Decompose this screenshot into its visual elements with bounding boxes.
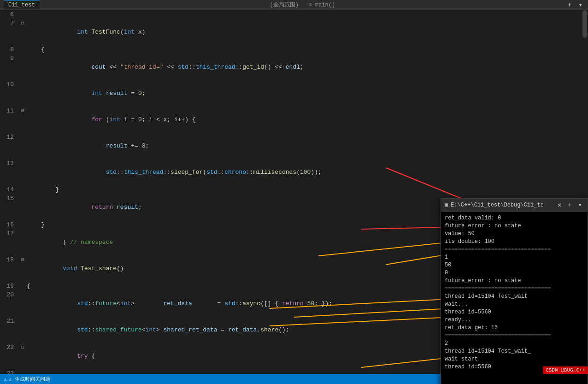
terminal-separator: ================================: [445, 285, 584, 293]
code-line: 8 {: [0, 45, 588, 54]
line-number: 9: [0, 54, 19, 63]
title-tab[interactable]: C11_test: [4, 0, 40, 9]
line-expand[interactable]: ⊟: [19, 106, 26, 115]
terminal-separator: ================================: [445, 332, 584, 340]
terminal-line: future_error : no state: [445, 222, 584, 230]
line-number: 12: [0, 133, 19, 142]
line-number: 6: [0, 10, 19, 19]
line-content: std::this_thread::sleep_for(std::chrono:…: [26, 159, 588, 185]
terminal-line: its double: 100: [445, 238, 584, 246]
terminal-line: wait start: [445, 355, 584, 363]
title-bar: C11_test (全局范围) ⊙ main() + ▾: [0, 0, 588, 10]
scope-label: (全局范围): [270, 1, 299, 9]
line-content: int TestFunc(int x): [26, 19, 588, 45]
line-number: 20: [0, 290, 19, 299]
code-line: 12 result += 3;: [0, 133, 588, 159]
terminal-line: thread id=15104 Test_wait_: [445, 348, 584, 355]
terminal-line: 0: [445, 269, 584, 277]
line-content: cout << "thread id=" << std::this_thread…: [26, 54, 588, 80]
terminal-menu-btn[interactable]: ▾: [576, 201, 584, 209]
code-line: 10 int result = 0;: [0, 80, 588, 106]
terminal-line: ready...: [445, 316, 584, 324]
terminal-line: 1: [445, 254, 584, 261]
code-line: 7 ⊟ int TestFunc(int x): [0, 19, 588, 45]
line-number: 16: [0, 220, 19, 229]
code-line: 6: [0, 10, 588, 19]
add-tab-btn[interactable]: +: [565, 1, 573, 9]
terminal-content: ret_data valid: 0 future_error : no stat…: [441, 212, 588, 384]
line-content: result += 3;: [26, 133, 588, 159]
terminal-title-text: E:\C++\C11_test\Debug\C11_te: [451, 202, 553, 208]
terminal-line: thread id=15104 Test_wait: [445, 293, 584, 301]
csdn-badge: CSDN @BUG_C++: [543, 366, 588, 374]
line-number: 15: [0, 194, 19, 203]
code-line: 11 ⊟ for (int i = 0; i < x; i++) {: [0, 106, 588, 133]
line-content: int result = 0;: [26, 80, 588, 106]
line-number: 7: [0, 19, 19, 28]
code-line: 9 cout << "thread id=" << std::this_thre…: [0, 54, 588, 80]
line-expand[interactable]: ⊟: [19, 19, 26, 28]
line-expand[interactable]: ⊟: [19, 343, 26, 352]
terminal-line: value: 50: [445, 230, 584, 238]
terminal-line: 2: [445, 340, 584, 348]
line-number: 22: [0, 343, 19, 352]
status-left: ⚠ ⚠ 生成时间关问题: [4, 376, 50, 383]
terminal-separator: ================================: [445, 246, 584, 254]
terminal-line: wait...: [445, 301, 584, 308]
terminal-line: future_error : no state: [445, 277, 584, 285]
warning-icon: ⚠: [4, 376, 7, 382]
csdn-label: CSDN @BUG_C++: [546, 367, 585, 373]
editor-container: 6 7 ⊟ int TestFunc(int x) 8 { 9: [0, 10, 588, 384]
line-number: 21: [0, 317, 19, 325]
code-line: 13 std::this_thread::sleep_for(std::chro…: [0, 159, 588, 185]
line-number: 19: [0, 282, 19, 290]
terminal-icon: ▣: [445, 201, 448, 208]
terminal-line: 50: [445, 261, 584, 269]
line-number: 14: [0, 185, 19, 194]
scrollbar-thumb[interactable]: [582, 10, 587, 38]
line-content: for (int i = 0; i < x; i++) {: [26, 106, 588, 133]
terminal-line: ret_data get: 15: [445, 324, 584, 332]
terminal-line: ret_data valid: 0: [445, 214, 584, 222]
status-label: ⚠ 生成时间关问题: [9, 376, 50, 383]
line-number: 8: [0, 45, 19, 54]
title-center: (全局范围) ⊙ main(): [43, 1, 562, 9]
code-line: 14 }: [0, 185, 588, 194]
title-tab-label: C11_test: [8, 2, 35, 8]
line-number: 11: [0, 106, 19, 115]
terminal-line: thread id=5560: [445, 308, 584, 316]
terminal-add-btn[interactable]: +: [566, 201, 573, 209]
terminal-title-bar: ▣ E:\C++\C11_test\Debug\C11_te ✕ + ▾: [441, 199, 588, 212]
line-expand[interactable]: ⊟: [19, 255, 26, 264]
line-number: 10: [0, 80, 19, 89]
function-label: ⊙ main(): [309, 1, 335, 8]
terminal-panel: ▣ E:\C++\C11_test\Debug\C11_te ✕ + ▾ ret…: [441, 198, 588, 384]
line-number: 17: [0, 229, 19, 238]
line-number: 18: [0, 255, 19, 264]
line-content: {: [26, 45, 588, 54]
menu-btn[interactable]: ▾: [577, 1, 584, 9]
title-right-btns: + ▾: [565, 1, 584, 9]
line-content: }: [26, 185, 588, 194]
line-number: 13: [0, 159, 19, 168]
terminal-close-btn[interactable]: ✕: [556, 201, 563, 209]
